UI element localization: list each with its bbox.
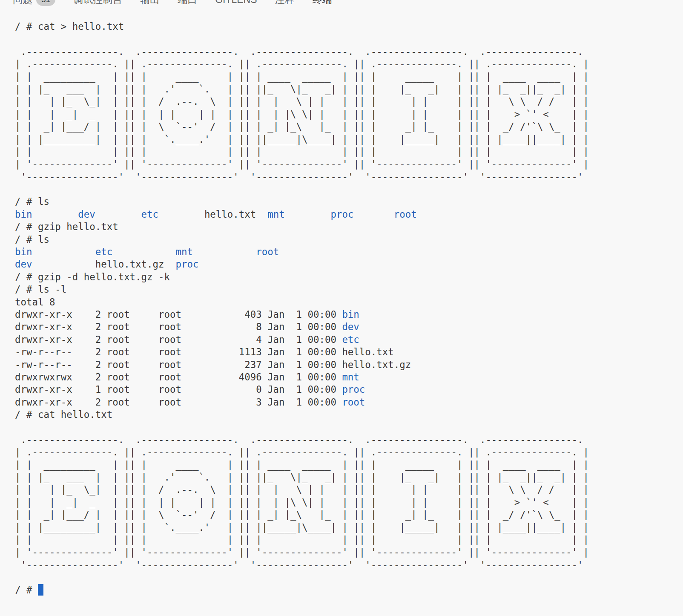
terminal-output[interactable]: / # cat > hello.txt .----------------. .… xyxy=(0,8,683,613)
terminal-text: | | | |_ \_| | || | / .--. \ | || | | \ … xyxy=(15,484,589,495)
terminal-text: | | |_ ___ | | || | .' `. | || ||_ \|_ _… xyxy=(15,83,589,95)
terminal-line: | '--------------' || '--------------' |… xyxy=(15,158,674,170)
terminal-text: | | _________ | || | ____ | || | ____ __… xyxy=(15,459,589,470)
directory-name: bin xyxy=(342,309,359,320)
terminal-line: .----------------. .----------------. .-… xyxy=(15,46,674,58)
terminal-text: / # xyxy=(15,584,38,596)
terminal-text xyxy=(285,209,331,220)
terminal-line: drwxr-xr-x 2 root root 403 Jan 1 00:00 b… xyxy=(15,308,674,321)
terminal-text: drwxr-xr-x 2 root root 8 Jan 1 00:00 xyxy=(15,321,342,332)
panel-tabs: 问题 31 调试控制台 输出 端口 GITLENS 注释 终端 xyxy=(13,0,332,8)
terminal-text: | | | _| _ | || | | | | | | || | | |\ \|… xyxy=(15,497,589,508)
terminal-line: / # ls xyxy=(15,233,674,246)
terminal-text: .----------------. .----------------. .-… xyxy=(15,46,589,57)
terminal-text: hello.txt.gz xyxy=(95,259,176,270)
terminal-line: / # cat hello.txt xyxy=(15,409,674,421)
terminal-line: drwxr-xr-x 2 root root 4 Jan 1 00:00 etc xyxy=(15,334,674,346)
terminal-line: / # xyxy=(15,584,674,596)
terminal-line: | | | |_ \_| | || | / .--. \ | || | | \ … xyxy=(15,95,674,108)
terminal-line: / # gzip hello.txt xyxy=(15,221,674,233)
tab-gitlens[interactable]: GITLENS xyxy=(215,0,257,8)
terminal-line: | | | |_ \_| | || | / .--. \ | || | | \ … xyxy=(15,484,674,496)
directory-name: proc xyxy=(342,384,365,395)
terminal-text: '----------------' '----------------' '-… xyxy=(15,559,589,570)
terminal-line: | '--------------' || '--------------' |… xyxy=(15,546,674,558)
tab-output[interactable]: 输出 xyxy=(140,0,160,8)
terminal-line: drwxr-xr-x 1 root root 0 Jan 1 00:00 pro… xyxy=(15,383,674,396)
terminal-line: total 8 xyxy=(15,296,674,308)
terminal-line xyxy=(15,33,674,45)
terminal-text: / # gzip -d hello.txt.gz -k xyxy=(15,271,170,282)
terminal-text: | .--------------. || .--------------. |… xyxy=(15,58,589,69)
terminal-line: '----------------' '----------------' '-… xyxy=(15,171,674,183)
tab-debug-console[interactable]: 调试控制台 xyxy=(73,0,122,8)
directory-name: bin xyxy=(15,246,32,257)
terminal-line: / # gzip -d hello.txt.gz -k xyxy=(15,271,674,283)
terminal-text xyxy=(112,246,175,257)
terminal-line: | | |_________| | || | `.____.' | || ||_… xyxy=(15,133,674,146)
terminal-line xyxy=(15,571,674,584)
terminal-text xyxy=(32,259,95,270)
terminal-text: total 8 xyxy=(15,296,55,308)
directory-name: root xyxy=(256,246,279,257)
terminal-line: / # ls xyxy=(15,196,674,208)
tab-terminal[interactable]: 终端 xyxy=(313,0,332,8)
terminal-text: -rw-r--r-- 2 root root 237 Jan 1 00:00 h… xyxy=(15,359,411,370)
terminal-line: | | _________ | || | ____ | || | ____ __… xyxy=(15,459,674,471)
terminal-line: | | _________ | || | ____ | || | ____ __… xyxy=(15,71,674,83)
directory-name: etc xyxy=(95,246,112,257)
terminal-line: | | |_ ___ | | || | .' `. | || ||_ \|_ _… xyxy=(15,83,674,95)
terminal-text: | '--------------' || '--------------' |… xyxy=(15,547,589,558)
terminal-line: | .--------------. || .--------------. |… xyxy=(15,446,674,458)
terminal-text xyxy=(95,209,141,220)
terminal-text: | | _| |___/ | | || | \ `--' / | || | _|… xyxy=(15,509,589,520)
terminal-text: | | | |_ \_| | || | / .--. \ | || | | \ … xyxy=(15,96,589,107)
tab-problems-label: 问题 xyxy=(13,0,32,6)
terminal-text: / # cat > hello.txt xyxy=(15,21,124,32)
terminal-text: -rw-r--r-- 2 root root 1113 Jan 1 00:00 … xyxy=(15,346,394,357)
directory-name: etc xyxy=(141,209,158,220)
tab-debug-console-label: 调试控制台 xyxy=(73,0,122,6)
terminal-line: | | | || | | || | | || | | || | | | xyxy=(15,534,674,546)
terminal-line: / # ls -l xyxy=(15,283,674,296)
terminal-line: | .--------------. || .--------------. |… xyxy=(15,58,674,70)
problems-count-badge: 31 xyxy=(36,0,55,6)
directory-name: root xyxy=(342,397,365,408)
tab-comments[interactable]: 注释 xyxy=(275,0,295,8)
terminal-text xyxy=(32,209,78,220)
directory-name: etc xyxy=(342,334,359,345)
tab-output-label: 输出 xyxy=(140,0,160,6)
terminal-text: / # gzip hello.txt xyxy=(15,221,118,232)
terminal-text: | | |_ ___ | | || | .' `. | || ||_ \|_ _… xyxy=(15,472,589,483)
terminal-line xyxy=(15,183,674,196)
terminal-text: '----------------' '----------------' '-… xyxy=(15,171,589,182)
directory-name: mnt xyxy=(267,209,284,220)
terminal-line: | | |_________| | || | `.____.' | || ||_… xyxy=(15,521,674,534)
terminal-line: / # cat > hello.txt xyxy=(15,20,674,33)
terminal-line: '----------------' '----------------' '-… xyxy=(15,559,674,571)
directory-name: root xyxy=(394,209,417,220)
directory-name: bin xyxy=(15,209,32,220)
tab-ports-label: 端口 xyxy=(178,0,197,6)
terminal-text: / # ls xyxy=(15,234,49,245)
terminal-text: | | _________ | || | ____ | || | ____ __… xyxy=(15,71,589,82)
terminal-text xyxy=(353,209,393,220)
directory-name: mnt xyxy=(176,246,193,257)
terminal-text xyxy=(32,246,95,257)
terminal-text: / # ls -l xyxy=(15,284,66,295)
terminal-cursor xyxy=(38,584,44,596)
terminal-text: | | _| |___/ | | || | \ `--' / | || | _|… xyxy=(15,121,589,132)
tab-comments-label: 注释 xyxy=(275,0,295,6)
terminal-line: | | | || | | || | | || | | || | | | xyxy=(15,146,674,158)
directory-name: proc xyxy=(330,209,353,220)
tab-problems[interactable]: 问题 31 xyxy=(13,0,55,8)
terminal-line: .----------------. .----------------. .-… xyxy=(15,434,674,446)
terminal-text: drwxr-xr-x 1 root root 0 Jan 1 00:00 xyxy=(15,384,342,395)
tab-terminal-label: 终端 xyxy=(313,0,332,6)
terminal-line: dev hello.txt.gz proc xyxy=(15,258,674,271)
tab-ports[interactable]: 端口 xyxy=(178,0,197,8)
terminal-text: / # ls xyxy=(15,196,49,207)
terminal-line: bin etc mnt root xyxy=(15,246,674,258)
terminal-line: | | |_ ___ | | || | .' `. | || ||_ \|_ _… xyxy=(15,471,674,484)
terminal-line: drwxrwxrwx 2 root root 4096 Jan 1 00:00 … xyxy=(15,371,674,383)
